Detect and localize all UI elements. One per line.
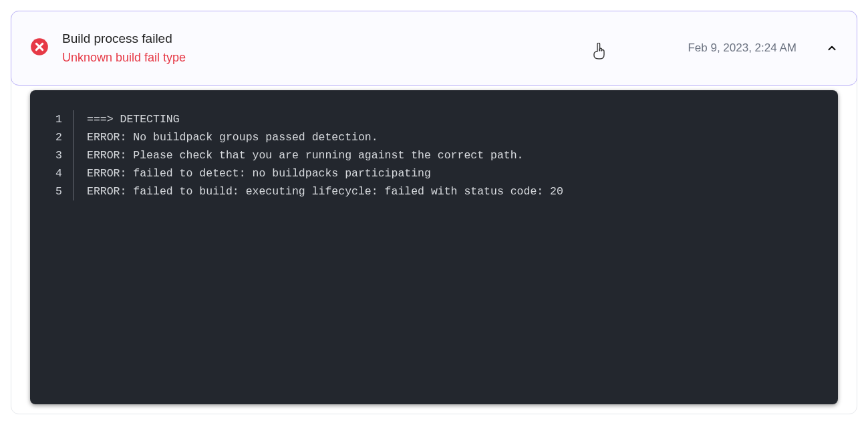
error-icon [30, 37, 49, 59]
gutter-separator [73, 110, 74, 128]
status-title: Build process failed [62, 29, 674, 49]
line-number: 5 [42, 182, 73, 200]
log-text: ERROR: No buildpack groups passed detect… [87, 128, 826, 146]
log-lines: 1===> DETECTING2ERROR: No buildpack grou… [42, 110, 826, 200]
log-text: ===> DETECTING [87, 110, 826, 128]
line-number: 2 [42, 128, 73, 146]
log-line: 4ERROR: failed to detect: no buildpacks … [42, 164, 826, 182]
log-line: 3ERROR: Please check that you are runnin… [42, 146, 826, 164]
gutter-separator [73, 164, 74, 182]
gutter-separator [73, 146, 74, 164]
line-number: 1 [42, 110, 73, 128]
gutter-separator [73, 128, 74, 146]
log-text: ERROR: Please check that you are running… [87, 146, 826, 164]
status-subtitle: Unknown build fail type [62, 49, 674, 67]
log-line: 1===> DETECTING [42, 110, 826, 128]
log-line: 5ERROR: failed to build: executing lifec… [42, 182, 826, 200]
gutter-separator [73, 182, 74, 200]
build-log-panel[interactable]: 1===> DETECTING2ERROR: No buildpack grou… [30, 90, 838, 404]
build-timestamp: Feb 9, 2023, 2:24 AM [688, 41, 797, 55]
line-number: 4 [42, 164, 73, 182]
collapse-toggle[interactable] [826, 42, 838, 54]
build-status-header[interactable]: Build process failed Unknown build fail … [11, 11, 857, 86]
log-text: ERROR: failed to build: executing lifecy… [87, 182, 826, 200]
build-log-card: Build process failed Unknown build fail … [11, 11, 857, 414]
status-text-group: Build process failed Unknown build fail … [62, 29, 674, 67]
chevron-up-icon [826, 42, 838, 54]
line-number: 3 [42, 146, 73, 164]
log-text: ERROR: failed to detect: no buildpacks p… [87, 164, 826, 182]
log-line: 2ERROR: No buildpack groups passed detec… [42, 128, 826, 146]
